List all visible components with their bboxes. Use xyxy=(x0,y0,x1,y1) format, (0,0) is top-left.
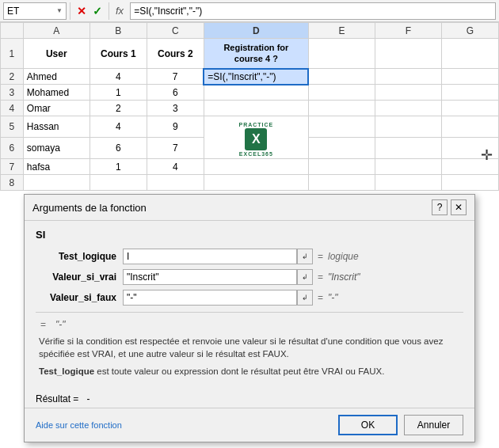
arg-eq-1: = xyxy=(318,251,323,262)
formula-icons: ✕ ✓ xyxy=(74,5,105,17)
cell-f2[interactable] xyxy=(375,69,441,85)
cell-a5[interactable]: Hassan xyxy=(23,116,90,138)
cancel-button[interactable]: Annuler xyxy=(404,415,463,435)
arg-value-test-logique: logique xyxy=(328,251,359,262)
dialog-title: Arguments de la fonction xyxy=(32,202,147,214)
table-row: 1 User Cours 1 Cours 2 Registration forc… xyxy=(1,39,499,69)
cell-c8[interactable] xyxy=(147,175,204,191)
cell-d8[interactable] xyxy=(204,175,308,191)
cell-c2[interactable]: 7 xyxy=(147,69,204,85)
col-header-e[interactable]: E xyxy=(308,23,375,39)
arg-input-test-logique[interactable] xyxy=(123,249,297,264)
cell-b6[interactable]: 6 xyxy=(90,138,147,159)
col-header-c[interactable]: C xyxy=(147,23,204,39)
arg-eq-3: = xyxy=(318,292,323,303)
excel-logo: PRACTICE X EXCEL365 xyxy=(238,122,273,157)
cell-f1[interactable] xyxy=(375,39,441,69)
row-num-7: 7 xyxy=(1,159,24,175)
cell-a2[interactable]: Ahmed xyxy=(23,69,90,85)
sheet-table: A B C D E F G 1 User Cours 1 Cours 2 Reg… xyxy=(0,22,499,191)
col-header-g[interactable]: G xyxy=(441,23,498,39)
dialog-help-button[interactable]: ? xyxy=(432,199,448,215)
cell-c6[interactable]: 7 xyxy=(147,138,204,159)
cell-b1[interactable]: Cours 1 xyxy=(90,39,147,69)
cell-c7[interactable]: 4 xyxy=(147,159,204,175)
cell-g7[interactable] xyxy=(441,159,498,175)
cell-a1[interactable]: User xyxy=(23,39,90,69)
formula-input[interactable] xyxy=(130,2,496,20)
col-header-b[interactable]: B xyxy=(90,23,147,39)
cell-g1[interactable] xyxy=(441,39,498,69)
cell-g2[interactable] xyxy=(441,69,498,85)
cell-c4[interactable]: 3 xyxy=(147,101,204,116)
result-label: Résultat = xyxy=(36,393,78,404)
col-header-f[interactable]: F xyxy=(375,23,441,39)
cell-g6[interactable] xyxy=(441,138,498,159)
dialog-close-button[interactable]: ✕ xyxy=(451,199,467,215)
arg-label-valeur-si-vrai: Valeur_si_vrai xyxy=(36,271,123,283)
ok-button[interactable]: OK xyxy=(338,415,398,435)
cell-d7[interactable] xyxy=(204,159,308,175)
cell-e6[interactable] xyxy=(308,138,375,159)
help-link[interactable]: Aide sur cette fonction xyxy=(36,420,122,430)
cell-f8[interactable] xyxy=(375,175,441,191)
arg-input-valeur-si-vrai[interactable] xyxy=(123,269,297,285)
cell-a4[interactable]: Omar xyxy=(23,101,90,116)
cell-e8[interactable] xyxy=(308,175,375,191)
cell-e4[interactable] xyxy=(308,101,375,116)
confirm-formula-icon[interactable]: ✓ xyxy=(93,5,102,17)
col-header-a[interactable]: A xyxy=(23,23,90,39)
result-value: - xyxy=(86,393,90,404)
cell-f3[interactable] xyxy=(375,85,441,101)
row-num-5: 5 xyxy=(1,116,24,138)
cell-g5[interactable] xyxy=(441,116,498,138)
arg-refbtn-2[interactable]: ↲ xyxy=(297,269,313,285)
arg-refbtn-3[interactable]: ↲ xyxy=(297,290,313,306)
arg-input-valeur-si-faux[interactable] xyxy=(123,290,297,306)
cell-e2[interactable] xyxy=(308,69,375,85)
cell-a6[interactable]: somaya xyxy=(23,138,90,159)
cell-f7[interactable] xyxy=(375,159,441,175)
cell-c5[interactable]: 9 xyxy=(147,116,204,138)
cell-d2[interactable]: =SI(,"Inscrit","-") xyxy=(204,69,308,85)
cell-g4[interactable] xyxy=(441,101,498,116)
dialog-body: SI Test_logique ↲ = logique Valeur_si_vr… xyxy=(25,221,474,390)
cell-f6[interactable] xyxy=(375,138,441,159)
cell-c3[interactable]: 6 xyxy=(147,85,204,101)
fx-label: fx xyxy=(112,5,127,17)
cell-d1[interactable]: Registration forcourse 4 ? xyxy=(204,39,308,69)
cell-a3[interactable]: Mohamed xyxy=(23,85,90,101)
cell-d4[interactable] xyxy=(204,101,308,116)
table-row: 4 Omar 2 3 xyxy=(1,101,499,116)
arg-refbtn-1[interactable]: ↲ xyxy=(297,249,313,264)
cell-f5[interactable] xyxy=(375,116,441,138)
cell-e1[interactable] xyxy=(308,39,375,69)
cell-a8[interactable] xyxy=(23,175,90,191)
name-box[interactable]: ET ▼ xyxy=(3,2,67,20)
cell-a7[interactable]: hafsa xyxy=(23,159,90,175)
cell-b5[interactable]: 4 xyxy=(90,116,147,138)
cell-g3[interactable] xyxy=(441,85,498,101)
cell-e7[interactable] xyxy=(308,159,375,175)
cell-d3[interactable] xyxy=(204,85,308,101)
arg-row-valeur-si-vrai: Valeur_si_vrai ↲ = "Inscrit" xyxy=(36,269,463,285)
cell-b3[interactable]: 1 xyxy=(90,85,147,101)
cell-c1[interactable]: Cours 2 xyxy=(147,39,204,69)
cell-e5[interactable] xyxy=(308,116,375,138)
cell-b8[interactable] xyxy=(90,175,147,191)
cell-f4[interactable] xyxy=(375,101,441,116)
final-result-row: = "-" xyxy=(36,319,463,330)
name-box-dropdown-icon[interactable]: ▼ xyxy=(56,7,63,14)
cell-g8[interactable] xyxy=(441,175,498,191)
arg-value-valeur-si-faux: "-" xyxy=(328,292,338,303)
arg-input-wrap-3: ↲ = "-" xyxy=(123,290,463,306)
cell-d5[interactable]: PRACTICE X EXCEL365 xyxy=(204,116,308,159)
cancel-formula-icon[interactable]: ✕ xyxy=(77,5,86,17)
cell-e3[interactable] xyxy=(308,85,375,101)
cell-b4[interactable]: 2 xyxy=(90,101,147,116)
cell-b2[interactable]: 4 xyxy=(90,69,147,85)
col-header-d[interactable]: D xyxy=(204,23,308,39)
cell-b7[interactable]: 1 xyxy=(90,159,147,175)
excel-x-label: X xyxy=(252,132,261,146)
description-area: Vérifie si la condition est respectée et… xyxy=(36,335,463,360)
